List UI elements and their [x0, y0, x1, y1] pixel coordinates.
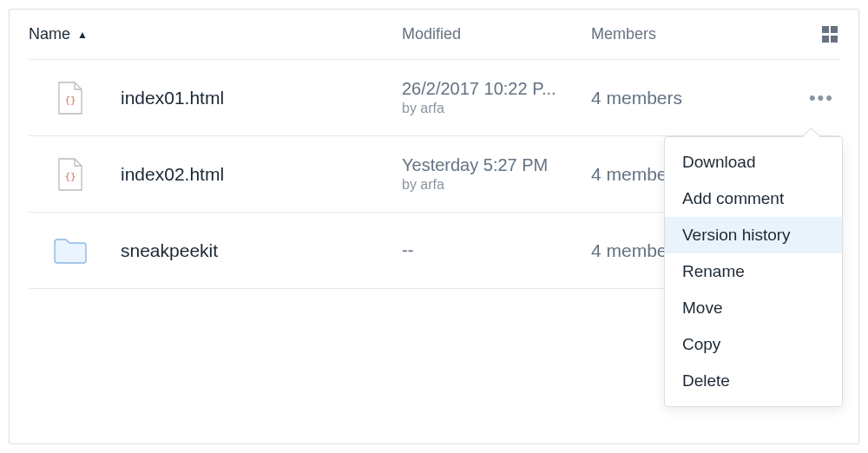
file-name: sneakpeekit: [121, 240, 218, 261]
menu-item-add-comment[interactable]: Add comment: [665, 181, 842, 217]
column-header-modified[interactable]: Modified: [402, 25, 591, 43]
html-file-icon: {}: [53, 158, 88, 191]
modified-cell: Yesterday 5:27 PM by arfa: [402, 155, 591, 193]
sort-ascending-icon: ▲: [77, 29, 88, 41]
modified-by: by arfa: [402, 177, 591, 193]
menu-item-copy[interactable]: Copy: [665, 326, 842, 363]
html-file-icon: {}: [53, 82, 88, 115]
modified-time: Yesterday 5:27 PM: [402, 155, 584, 175]
modified-time: 26/2/2017 10:22 P...: [402, 79, 584, 99]
svg-text:{}: {}: [64, 171, 76, 182]
column-header-name-label: Name: [29, 25, 70, 43]
menu-item-move[interactable]: Move: [665, 290, 842, 326]
file-list-window: Name ▲ Modified Members: [9, 9, 859, 444]
menu-item-version-history[interactable]: Version history: [665, 217, 842, 253]
menu-item-delete[interactable]: Delete: [665, 363, 842, 399]
folder-icon: [53, 237, 88, 265]
more-actions-button[interactable]: •••: [804, 83, 839, 113]
file-name: index01.html: [121, 88, 224, 108]
table-row[interactable]: {} index01.html 26/2/2017 10:22 P... by …: [29, 60, 839, 136]
table-header: Name ▲ Modified Members: [29, 10, 839, 60]
menu-item-rename[interactable]: Rename: [665, 253, 842, 290]
grid-view-icon[interactable]: [822, 26, 839, 43]
svg-text:{}: {}: [64, 95, 76, 106]
modified-cell: --: [402, 240, 591, 260]
members-cell: 4 members: [591, 88, 747, 108]
context-menu: Download Add comment Version history Ren…: [664, 136, 843, 407]
menu-item-download[interactable]: Download: [665, 144, 842, 181]
file-name: index02.html: [121, 164, 224, 185]
modified-time: --: [402, 240, 584, 260]
column-header-name[interactable]: Name ▲: [29, 25, 402, 43]
modified-by: by arfa: [402, 101, 591, 116]
modified-cell: 26/2/2017 10:22 P... by arfa: [402, 79, 591, 116]
column-header-members[interactable]: Members: [591, 25, 747, 43]
